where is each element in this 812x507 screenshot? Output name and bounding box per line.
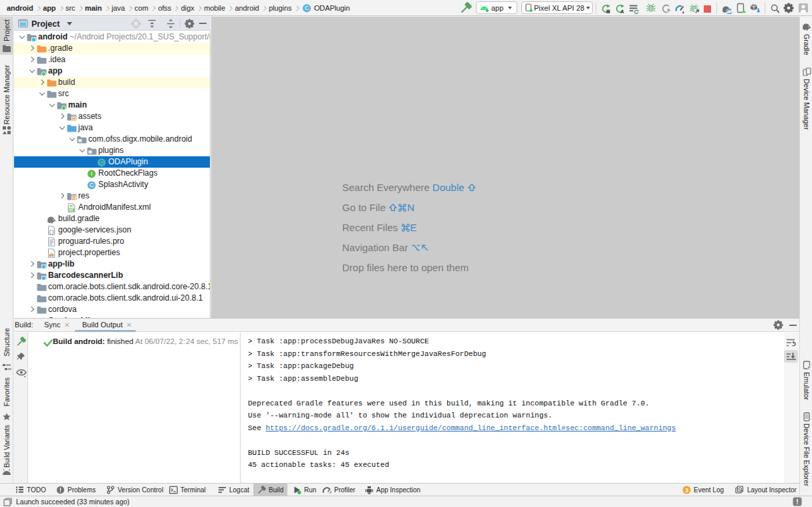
- svg-text:C: C: [100, 159, 104, 166]
- svg-text:3: 3: [685, 486, 688, 493]
- svg-text:{}: {}: [49, 229, 54, 234]
- svg-text:MF: MF: [69, 208, 74, 212]
- svg-text:C: C: [90, 182, 94, 188]
- svg-text:I: I: [91, 170, 92, 177]
- svg-text:A: A: [620, 9, 624, 14]
- svg-text:A: A: [329, 490, 331, 494]
- svg-text:C: C: [305, 5, 309, 11]
